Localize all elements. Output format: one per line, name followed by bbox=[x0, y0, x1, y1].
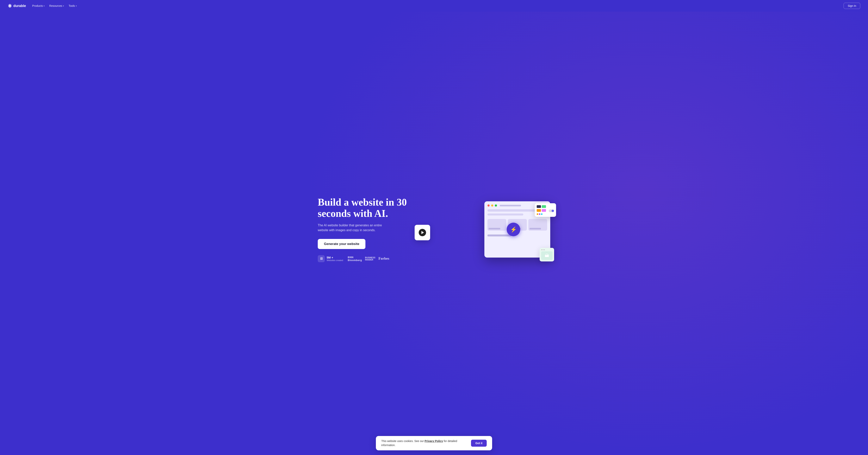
swatch-4 bbox=[542, 209, 546, 212]
card-bar-3 bbox=[529, 228, 541, 229]
logo[interactable]: durable bbox=[8, 4, 26, 8]
press-logo-forbes: Forbes bbox=[378, 257, 389, 261]
content-card-1 bbox=[488, 219, 506, 231]
count-label: Websites created bbox=[327, 259, 343, 261]
nav-item-tools[interactable]: Tools ▾ bbox=[69, 4, 77, 7]
image-card-dot-2 bbox=[543, 249, 545, 250]
lightning-overlay: ⚡ bbox=[507, 223, 520, 236]
hero-subtitle: The AI website builder that generates an… bbox=[318, 223, 392, 233]
palette-swatches bbox=[537, 205, 554, 208]
hero-illustration: ⚡ bbox=[426, 201, 550, 258]
hero-content: Build a website in 30 seconds with AI. T… bbox=[318, 197, 550, 262]
count-text: 5M + Websites created bbox=[327, 256, 343, 261]
swatch-2 bbox=[542, 205, 546, 208]
privacy-policy-link[interactable]: Privacy Policy bbox=[425, 439, 443, 443]
nav-item-resources[interactable]: Resources ▾ bbox=[49, 4, 64, 7]
cookie-banner: This website uses cookies. See our Priva… bbox=[376, 436, 492, 450]
chevron-down-icon: ▾ bbox=[76, 5, 77, 7]
sign-in-button[interactable]: Sign In bbox=[844, 3, 860, 9]
browser-address-bar bbox=[500, 205, 521, 206]
social-proof: 🖥 5M + Websites created BNNBloomberg BUS… bbox=[318, 255, 418, 262]
nav-item-products[interactable]: Products ▾ bbox=[32, 4, 44, 7]
video-card[interactable] bbox=[414, 225, 430, 240]
browser-dot-green bbox=[495, 204, 497, 206]
play-button[interactable] bbox=[419, 229, 426, 236]
browser-dot-yellow bbox=[491, 204, 493, 206]
got-it-button[interactable]: Got it bbox=[471, 440, 487, 447]
lightning-icon: ⚡ bbox=[510, 226, 517, 233]
mountain-icon: 🏔 bbox=[545, 253, 549, 258]
chevron-down-icon: ▾ bbox=[63, 5, 64, 7]
nav-left: durable Products ▾ Resources ▾ Tools ▾ bbox=[8, 4, 77, 8]
palette-dots bbox=[537, 214, 554, 215]
durable-logo-icon bbox=[8, 4, 12, 8]
palette-card bbox=[535, 203, 556, 217]
nav-links: Products ▾ Resources ▾ Tools ▾ bbox=[32, 4, 77, 7]
websites-count: 🖥 5M + Websites created bbox=[318, 255, 343, 262]
bottom-bar bbox=[488, 234, 511, 236]
card-bar-1 bbox=[489, 228, 500, 229]
hero-text: Build a website in 30 seconds with AI. T… bbox=[318, 197, 418, 262]
palette-toggle[interactable] bbox=[549, 209, 554, 212]
monitor-icon: 🖥 bbox=[318, 255, 325, 262]
generate-website-button[interactable]: Generate your website bbox=[318, 239, 365, 249]
swatch-3 bbox=[537, 209, 541, 212]
chevron-down-icon: ▾ bbox=[43, 5, 44, 7]
hero-section: Build a website in 30 seconds with AI. T… bbox=[0, 12, 868, 455]
press-logo-bloomberg: BNNBloomberg bbox=[348, 256, 362, 262]
press-logos: BNNBloomberg BUSINESSINSIDER Forbes bbox=[348, 256, 390, 262]
swatch-1 bbox=[537, 205, 541, 208]
play-triangle-icon bbox=[422, 231, 424, 234]
palette-swatches-2 bbox=[537, 209, 554, 212]
palette-dot-3 bbox=[541, 214, 542, 215]
content-block-2 bbox=[488, 214, 523, 216]
image-card: 🏔 bbox=[539, 248, 554, 261]
press-logo-business-insider: BUSINESSINSIDER bbox=[365, 257, 375, 261]
hero-title: Build a website in 30 seconds with AI. bbox=[318, 197, 418, 219]
browser-dot-red bbox=[488, 204, 490, 206]
content-block-1 bbox=[488, 209, 538, 211]
navbar: durable Products ▾ Resources ▾ Tools ▾ bbox=[0, 0, 868, 12]
image-icon-area: 🏔 bbox=[541, 251, 553, 260]
cookie-text: This website uses cookies. See our Priva… bbox=[381, 439, 468, 447]
palette-dot-1 bbox=[537, 214, 538, 215]
brand-name: durable bbox=[13, 4, 26, 8]
image-card-dot-1 bbox=[541, 249, 543, 250]
count-number: 5M + bbox=[327, 256, 343, 259]
palette-dot-2 bbox=[539, 214, 540, 215]
image-card-header bbox=[541, 249, 553, 250]
content-card-3 bbox=[528, 219, 547, 231]
